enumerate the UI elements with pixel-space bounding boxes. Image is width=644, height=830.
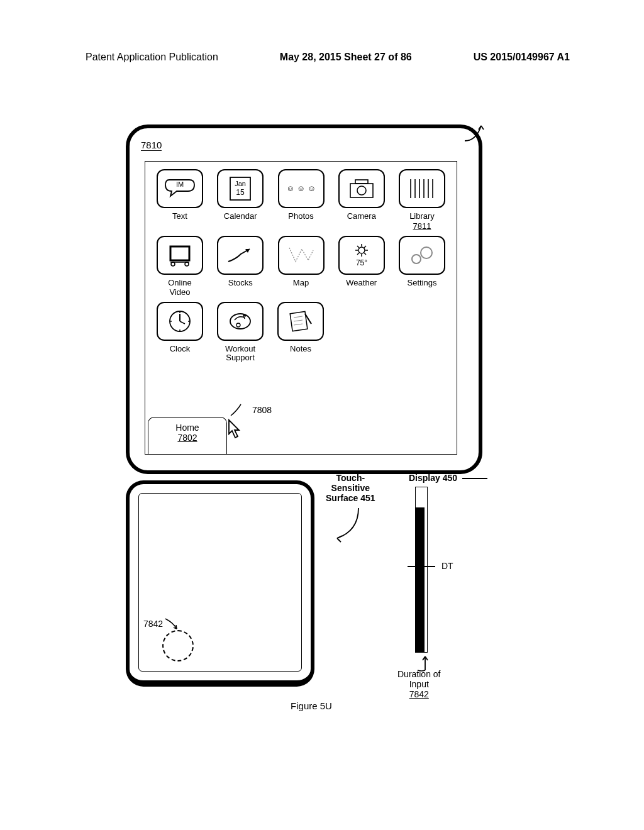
stocks-arrow-icon bbox=[217, 236, 264, 275]
app-label: Weather bbox=[336, 279, 387, 289]
touch-sensitive-surface[interactable]: 7842 bbox=[126, 480, 314, 687]
touch-input-ref: 7842 bbox=[143, 617, 184, 631]
display-label: Display 450 bbox=[409, 473, 491, 483]
app-stocks[interactable]: Stocks bbox=[214, 236, 266, 297]
app-row: IM Text Jan15 Calendar ☺ ☺ ☺ bbox=[154, 169, 448, 231]
svg-point-27 bbox=[421, 247, 432, 258]
app-online-video[interactable]: Online Video bbox=[154, 236, 206, 297]
touch-point-icon bbox=[162, 630, 194, 661]
app-library[interactable]: Library 7811 bbox=[396, 169, 448, 231]
app-label: Settings bbox=[396, 279, 448, 289]
dt-threshold-label: DT bbox=[408, 561, 453, 571]
app-text[interactable]: IM Text bbox=[154, 169, 206, 231]
home-tab[interactable]: Home 7802 bbox=[148, 417, 227, 454]
svg-line-23 bbox=[364, 253, 366, 255]
svg-text:15: 15 bbox=[236, 188, 245, 197]
app-label: Clock bbox=[154, 345, 206, 355]
svg-line-40 bbox=[294, 316, 303, 318]
ref-number: 7811 bbox=[396, 222, 448, 231]
books-icon bbox=[399, 169, 445, 208]
app-grid: IM Text Jan15 Calendar ☺ ☺ ☺ bbox=[145, 162, 457, 362]
app-camera[interactable]: Camera bbox=[336, 169, 387, 231]
tv-icon bbox=[157, 236, 203, 275]
svg-point-34 bbox=[170, 321, 172, 322]
tab-area: 7808 Home 7802 bbox=[145, 417, 457, 454]
camera-icon bbox=[338, 169, 385, 208]
svg-line-42 bbox=[294, 324, 303, 325]
sun-icon: 75° bbox=[338, 236, 385, 275]
svg-text:IM: IM bbox=[176, 180, 184, 188]
app-workout[interactable]: Workout Support bbox=[214, 302, 266, 363]
app-label: Notes bbox=[275, 345, 326, 355]
speech-bubble-icon: IM bbox=[157, 169, 203, 208]
notepad-icon bbox=[277, 302, 324, 341]
display-arrow bbox=[465, 118, 490, 480]
app-label: Calendar bbox=[214, 212, 266, 222]
svg-point-28 bbox=[412, 255, 421, 263]
app-label: Library bbox=[396, 212, 448, 222]
clock-icon bbox=[157, 302, 203, 341]
smileys-icon: ☺ ☺ ☺ bbox=[278, 169, 325, 208]
svg-text:75°: 75° bbox=[356, 258, 367, 267]
map-icon bbox=[278, 236, 325, 275]
device-ref: 7810 bbox=[141, 140, 162, 151]
svg-point-15 bbox=[185, 262, 189, 266]
svg-line-25 bbox=[357, 253, 359, 255]
device-frame: 7810 IM Text Jan15 bbox=[126, 124, 482, 474]
app-label: Stocks bbox=[214, 279, 266, 289]
app-label: Workout Support bbox=[214, 345, 266, 363]
sheet-label: May 28, 2015 Sheet 27 of 86 bbox=[280, 52, 412, 63]
svg-point-17 bbox=[358, 247, 365, 253]
calendar-icon: Jan15 bbox=[217, 169, 264, 208]
svg-point-37 bbox=[236, 323, 240, 327]
app-row: Online Video Stocks Map bbox=[154, 236, 448, 297]
arrow-icon bbox=[333, 508, 377, 548]
running-shoe-icon bbox=[217, 302, 264, 341]
svg-rect-4 bbox=[355, 180, 368, 184]
touch-surface-label: Touch- Sensitive Surface 451 bbox=[326, 473, 375, 503]
svg-point-32 bbox=[179, 312, 180, 313]
app-notes[interactable]: Notes bbox=[275, 302, 326, 363]
device-screen: IM Text Jan15 Calendar ☺ ☺ ☺ bbox=[145, 161, 457, 455]
app-label: Map bbox=[275, 279, 327, 289]
svg-line-24 bbox=[364, 246, 366, 248]
svg-line-31 bbox=[180, 321, 185, 324]
gear-icon bbox=[399, 236, 445, 275]
svg-point-36 bbox=[230, 314, 250, 329]
app-label: Text bbox=[154, 212, 206, 222]
svg-text:Jan: Jan bbox=[235, 180, 246, 187]
app-settings[interactable]: Settings bbox=[396, 236, 448, 297]
svg-point-35 bbox=[188, 321, 189, 322]
svg-line-22 bbox=[357, 246, 359, 248]
svg-rect-13 bbox=[170, 246, 189, 260]
patent-number: US 2015/0149967 A1 bbox=[474, 52, 570, 63]
app-label: Camera bbox=[336, 212, 387, 222]
tab-ref: 7808 bbox=[231, 404, 272, 417]
svg-point-33 bbox=[179, 329, 180, 331]
app-map[interactable]: Map bbox=[275, 236, 327, 297]
figure-caption: Figure 5U bbox=[126, 700, 497, 711]
svg-line-41 bbox=[294, 320, 303, 321]
app-label: Online Video bbox=[154, 279, 206, 297]
app-label: Photos bbox=[275, 212, 327, 222]
app-photos[interactable]: ☺ ☺ ☺ Photos bbox=[275, 169, 327, 231]
svg-point-14 bbox=[171, 262, 175, 266]
app-calendar[interactable]: Jan15 Calendar bbox=[214, 169, 266, 231]
duration-label: Duration of Input 7842 bbox=[397, 669, 440, 699]
svg-point-6 bbox=[357, 186, 366, 195]
publication-label: Patent Application Publication bbox=[86, 52, 218, 63]
app-row: Clock Workout Support Note bbox=[154, 302, 448, 363]
tab-ref-number: 7802 bbox=[148, 433, 226, 443]
cursor-icon bbox=[226, 419, 243, 443]
app-clock[interactable]: Clock bbox=[154, 302, 206, 363]
tab-label: Home bbox=[148, 423, 226, 433]
page-header: Patent Application Publication May 28, 2… bbox=[86, 52, 570, 63]
app-weather[interactable]: 75° Weather bbox=[336, 236, 387, 297]
